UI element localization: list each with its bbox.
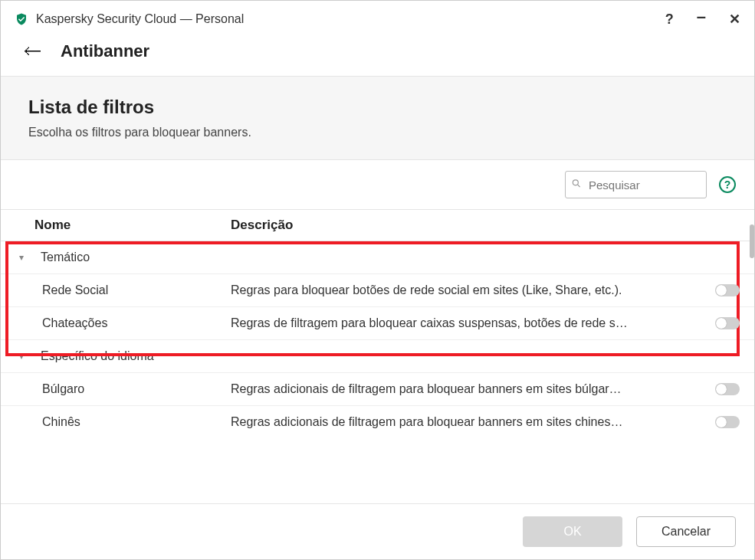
search-input[interactable] [565, 171, 707, 198]
row-annoyances: Chateações Regras de filtragem para bloq… [1, 307, 754, 340]
toggle-chinese[interactable] [715, 416, 740, 428]
navbar: 🡐 Antibanner [1, 38, 754, 76]
svg-point-0 [573, 180, 578, 185]
titlebar: Kaspersky Security Cloud — Personal ? – … [1, 1, 754, 38]
toggle-bulgarian[interactable] [715, 383, 740, 395]
app-window: Kaspersky Security Cloud — Personal ? – … [0, 0, 755, 560]
group-label: Específico do idioma [41, 349, 154, 363]
row-description: Regras adicionais de filtragem para bloq… [231, 382, 701, 396]
column-header-description: Descrição [231, 218, 685, 233]
window-controls: ? – ✕ [665, 9, 740, 29]
toggle-social[interactable] [715, 284, 740, 296]
toolbar: ? [1, 160, 754, 209]
page-title: Lista de filtros [28, 97, 727, 118]
group-language-specific[interactable]: ▾ Específico do idioma [1, 340, 754, 373]
row-name: Búlgaro [1, 382, 231, 396]
group-label: Temático [41, 251, 90, 264]
row-name: Chinês [1, 415, 231, 429]
help-icon[interactable]: ? [665, 11, 674, 28]
chevron-down-icon: ▾ [19, 252, 33, 263]
search-field-wrap [565, 171, 707, 198]
row-name: Rede Social [1, 283, 231, 297]
minimize-icon[interactable]: – [697, 7, 706, 27]
window-title: Kaspersky Security Cloud — Personal [36, 12, 665, 26]
back-arrow-icon[interactable]: 🡐 [24, 41, 42, 62]
page-description: Escolha os filtros para bloquear banners… [28, 126, 727, 139]
row-name: Chateações [1, 316, 231, 330]
content-area: Nome Descrição ▾ Temático Rede Social Re… [1, 209, 754, 503]
toggle-annoyances[interactable] [715, 317, 740, 329]
row-bulgarian: Búlgaro Regras adicionais de filtragem p… [1, 373, 754, 406]
row-description: Regras de filtragem para bloquear caixas… [231, 316, 701, 330]
table-header: Nome Descrição [1, 209, 754, 241]
column-header-name: Nome [1, 218, 231, 233]
section-title: Antibanner [61, 41, 149, 61]
subheader: Lista de filtros Escolha os filtros para… [1, 76, 754, 160]
svg-line-1 [578, 185, 580, 187]
cancel-button[interactable]: Cancelar [636, 516, 736, 547]
search-icon [571, 178, 582, 192]
scrollbar-thumb[interactable] [750, 224, 754, 258]
dialog-footer: OK Cancelar [1, 503, 754, 559]
row-chinese: Chinês Regras adicionais de filtragem pa… [1, 406, 754, 438]
chevron-down-icon: ▾ [19, 351, 33, 362]
group-thematic[interactable]: ▾ Temático [1, 241, 754, 274]
table-body: ▾ Temático Rede Social Regras para bloqu… [1, 241, 754, 438]
close-icon[interactable]: ✕ [729, 11, 740, 28]
row-description: Regras adicionais de filtragem para bloq… [231, 415, 701, 429]
context-help-icon[interactable]: ? [719, 176, 736, 193]
row-social-network: Rede Social Regras para bloquear botões … [1, 274, 754, 307]
ok-button[interactable]: OK [523, 516, 622, 547]
app-shield-icon [15, 12, 28, 26]
row-description: Regras para bloquear botões de rede soci… [231, 283, 701, 297]
